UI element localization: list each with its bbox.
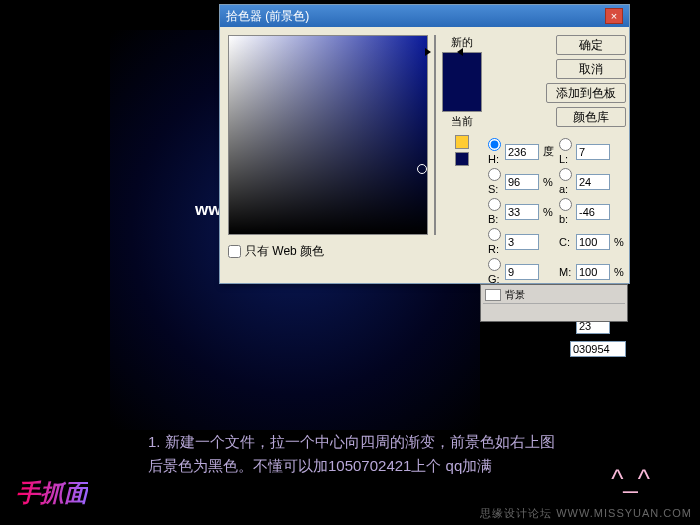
ok-button[interactable]: 确定 [556,35,626,55]
field-h[interactable] [505,144,539,160]
add-swatch-button[interactable]: 添加到色板 [546,83,626,103]
hue-strip[interactable] [434,35,436,235]
field-hex[interactable] [570,341,626,357]
field-lab-b[interactable] [576,204,610,220]
field-b[interactable] [505,204,539,220]
radio-s[interactable] [488,168,501,181]
web-only-input[interactable] [228,245,241,258]
footer-watermark: 思缘设计论坛 WWW.MISSYUAN.COM [480,506,692,521]
color-library-button[interactable]: 颜色库 [556,107,626,127]
sv-cursor-icon [417,164,427,174]
radio-a[interactable] [559,168,572,181]
dialog-title: 拾色器 (前景色) [226,8,309,25]
radio-b[interactable] [488,198,501,211]
field-r[interactable] [505,234,539,250]
close-icon[interactable]: × [605,8,623,24]
color-picker-dialog: 拾色器 (前景色) × 只有 Web 颜色 新的 当前 [219,4,630,284]
field-a[interactable] [576,174,610,190]
layers-panel: 背景 [480,284,628,322]
field-c[interactable] [576,234,610,250]
hue-slider-icon [431,48,457,54]
field-g[interactable] [505,264,539,280]
cancel-button[interactable]: 取消 [556,59,626,79]
radio-g[interactable] [488,258,501,271]
dialog-titlebar[interactable]: 拾色器 (前景色) × [220,5,629,27]
web-only-checkbox[interactable]: 只有 Web 颜色 [228,243,428,260]
hex-label: # [560,343,566,355]
brand-logo: 手抓面 [16,477,88,509]
radio-lab-b[interactable] [559,198,572,211]
field-s[interactable] [505,174,539,190]
field-m[interactable] [576,264,610,280]
radio-h[interactable] [488,138,501,151]
tutorial-caption: 1. 新建一个文件，拉一个中心向四周的渐变，前景色如右上图 后景色为黑色。不懂可… [148,430,648,478]
radio-l[interactable] [559,138,572,151]
layer-row-background[interactable]: 背景 [483,287,625,304]
layer-thumb-icon [485,289,501,301]
gamut-swatch[interactable] [455,152,469,166]
gamut-warning-icon[interactable] [455,135,469,149]
radio-r[interactable] [488,228,501,241]
field-l[interactable] [576,144,610,160]
swatch-current[interactable] [443,82,481,111]
color-swatch-pair [442,52,482,112]
label-current: 当前 [451,114,473,129]
saturation-value-field[interactable] [228,35,428,235]
emoticon-icon: ^_^ [611,464,650,495]
swatch-new[interactable] [443,53,481,82]
